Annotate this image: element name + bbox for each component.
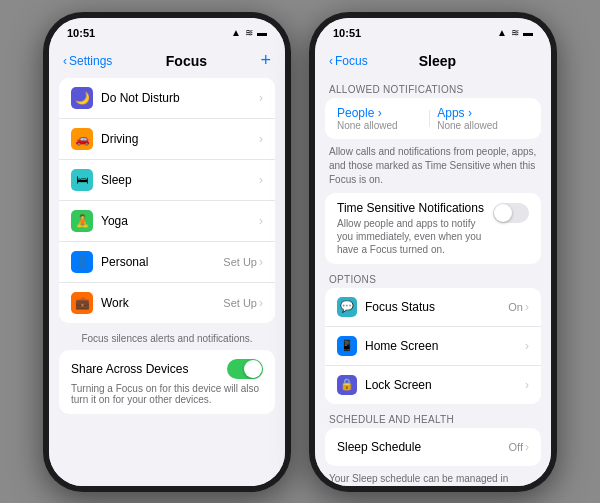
- share-group: Share Across Devices Turning a Focus on …: [59, 350, 275, 414]
- schedule-note: Your Sleep schedule can be managed in He…: [315, 470, 551, 486]
- do-not-disturb-label: Do Not Disturb: [101, 91, 259, 105]
- home-screen-icon: 📱: [337, 336, 357, 356]
- status-time-2: 10:51: [333, 27, 361, 39]
- yoga-label: Yoga: [101, 214, 259, 228]
- list-item[interactable]: 🧘 Yoga ›: [59, 201, 275, 242]
- sensitive-sub: Allow people and apps to notify you imme…: [337, 217, 485, 256]
- chevron-icon: ›: [525, 440, 529, 454]
- wifi-icon: ≋: [511, 27, 519, 38]
- toggle-thumb: [244, 360, 262, 378]
- home-screen-label: Home Screen: [365, 339, 525, 353]
- sleep-schedule-label: Sleep Schedule: [337, 440, 509, 454]
- sensitive-row: Time Sensitive Notifications Allow peopl…: [325, 193, 541, 264]
- list-item[interactable]: 🛏 Sleep ›: [59, 160, 275, 201]
- driving-label: Driving: [101, 132, 259, 146]
- apps-title: Apps ›: [437, 106, 529, 120]
- nav-bar-1: ‹ Settings Focus +: [49, 46, 285, 78]
- sleep-label: Sleep: [101, 173, 259, 187]
- back-button-1[interactable]: ‹ Settings: [63, 54, 112, 68]
- personal-icon: 👤: [71, 251, 93, 273]
- nav-title-1: Focus: [112, 53, 260, 69]
- lock-screen-label: Lock Screen: [365, 378, 525, 392]
- people-title: People ›: [337, 106, 429, 120]
- list-item[interactable]: 🔒 Lock Screen ›: [325, 366, 541, 404]
- people-col: People › None allowed: [337, 106, 429, 131]
- apps-sub: None allowed: [437, 120, 529, 131]
- status-icons-1: ▲ ≋ ▬: [231, 27, 267, 38]
- yoga-icon: 🧘: [71, 210, 93, 232]
- work-icon: 💼: [71, 292, 93, 314]
- allowed-note: Allow calls and notifications from peopl…: [315, 143, 551, 193]
- focus-status-value: On: [508, 301, 523, 313]
- focus-note: Focus silences alerts and notifications.: [49, 331, 285, 350]
- wifi-icon: ≋: [245, 27, 253, 38]
- sleep-icon: 🛏: [71, 169, 93, 191]
- screen-content-2: ALLOWED NOTIFICATIONS People › None allo…: [315, 78, 551, 486]
- add-focus-button[interactable]: +: [260, 50, 271, 71]
- allowed-section-label: ALLOWED NOTIFICATIONS: [315, 78, 551, 98]
- allowed-row[interactable]: People › None allowed Apps › None allowe…: [325, 98, 541, 139]
- chevron-icon: ›: [259, 91, 263, 105]
- back-button-2[interactable]: ‹ Focus: [329, 54, 368, 68]
- focus-status-label: Focus Status: [365, 300, 508, 314]
- status-time-1: 10:51: [67, 27, 95, 39]
- list-item[interactable]: 👤 Personal Set Up ›: [59, 242, 275, 283]
- focus-list: 🌙 Do Not Disturb › 🚗 Driving › 🛏 Sleep: [59, 78, 275, 323]
- list-item[interactable]: 💼 Work Set Up ›: [59, 283, 275, 323]
- toggle-thumb: [494, 204, 512, 222]
- share-note: Turning a Focus on for this device will …: [71, 383, 263, 405]
- list-item[interactable]: 💬 Focus Status On ›: [325, 288, 541, 327]
- sensitive-group: Time Sensitive Notifications Allow peopl…: [325, 193, 541, 264]
- time-sensitive-toggle[interactable]: [493, 203, 529, 223]
- phone-1: 10:51 ▲ ≋ ▬ ‹ Settings Focus +: [43, 12, 291, 492]
- do-not-disturb-icon: 🌙: [71, 87, 93, 109]
- sleep-schedule-item[interactable]: Sleep Schedule Off ›: [325, 428, 541, 466]
- focus-status-icon: 💬: [337, 297, 357, 317]
- share-label: Share Across Devices: [71, 362, 188, 376]
- work-right: Set Up: [223, 297, 257, 309]
- chevron-icon: ›: [525, 300, 529, 314]
- status-icons-2: ▲ ≋ ▬: [497, 27, 533, 38]
- battery-icon: ▬: [523, 27, 533, 38]
- signal-icon: ▲: [497, 27, 507, 38]
- sensitive-title: Time Sensitive Notifications: [337, 201, 485, 215]
- sleep-schedule-value: Off: [509, 441, 523, 453]
- work-label: Work: [101, 296, 223, 310]
- back-chevron-icon: ‹: [329, 54, 333, 68]
- share-toggle[interactable]: [227, 359, 263, 379]
- chevron-icon: ›: [259, 296, 263, 310]
- chevron-icon: ›: [259, 255, 263, 269]
- list-item[interactable]: 📱 Home Screen ›: [325, 327, 541, 366]
- nav-title-2: Sleep: [368, 53, 507, 69]
- driving-icon: 🚗: [71, 128, 93, 150]
- back-chevron-icon: ‹: [63, 54, 67, 68]
- schedule-section-label: SCHEDULE AND HEALTH: [315, 408, 551, 428]
- chevron-icon: ›: [525, 378, 529, 392]
- list-item[interactable]: 🚗 Driving ›: [59, 119, 275, 160]
- screen-content-1: 🌙 Do Not Disturb › 🚗 Driving › 🛏 Sleep: [49, 78, 285, 486]
- apps-col: Apps › None allowed: [429, 106, 529, 131]
- status-bar-2: 10:51 ▲ ≋ ▬: [315, 18, 551, 46]
- battery-icon: ▬: [257, 27, 267, 38]
- chevron-icon: ›: [259, 214, 263, 228]
- lock-screen-icon: 🔒: [337, 375, 357, 395]
- options-section-label: OPTIONS: [315, 268, 551, 288]
- sensitive-text: Time Sensitive Notifications Allow peopl…: [337, 201, 485, 256]
- people-sub: None allowed: [337, 120, 429, 131]
- list-item[interactable]: 🌙 Do Not Disturb ›: [59, 78, 275, 119]
- chevron-icon: ›: [259, 132, 263, 146]
- chevron-icon: ›: [259, 173, 263, 187]
- options-group: 💬 Focus Status On › 📱 Home Screen › 🔒 Lo…: [325, 288, 541, 404]
- signal-icon: ▲: [231, 27, 241, 38]
- status-bar-1: 10:51 ▲ ≋ ▬: [49, 18, 285, 46]
- phone-2: 10:51 ▲ ≋ ▬ ‹ Focus Sleep ALLOWED NOTI: [309, 12, 557, 492]
- personal-right: Set Up: [223, 256, 257, 268]
- personal-label: Personal: [101, 255, 223, 269]
- schedule-group: Sleep Schedule Off ›: [325, 428, 541, 466]
- chevron-icon: ›: [525, 339, 529, 353]
- nav-bar-2: ‹ Focus Sleep: [315, 46, 551, 78]
- allowed-group: People › None allowed Apps › None allowe…: [325, 98, 541, 139]
